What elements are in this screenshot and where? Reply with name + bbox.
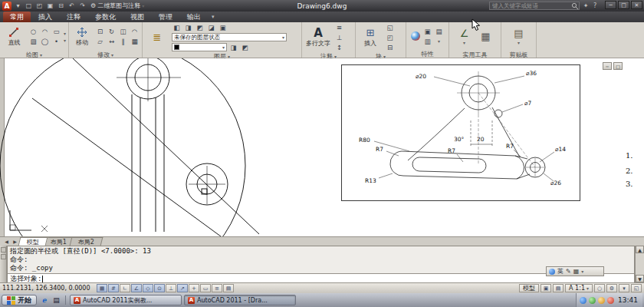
properties-tool-icon[interactable]: ▥ xyxy=(422,37,432,45)
ime-language-label[interactable]: 英 xyxy=(557,267,564,276)
line-tool-button[interactable]: 直线 xyxy=(2,23,26,50)
tray-icon[interactable] xyxy=(589,297,596,304)
tab-layout2[interactable]: 布局2 xyxy=(70,237,104,246)
search-box[interactable] xyxy=(489,2,580,10)
copy-tool-icon[interactable]: ⊡ xyxy=(95,28,105,36)
ime-input-icon[interactable] xyxy=(549,269,555,275)
layer-properties-button[interactable]: ≣ xyxy=(145,24,169,51)
app-menu-chevron-icon[interactable]: ▾ xyxy=(14,1,22,11)
command-grip-icon[interactable] xyxy=(1,254,6,259)
layer-isolate-icon[interactable]: ▣ xyxy=(218,23,228,31)
quick-launch-desktop-icon[interactable]: ▤ xyxy=(51,295,61,305)
material-icon[interactable] xyxy=(411,31,420,41)
ducs-toggle[interactable]: ⊥ xyxy=(166,284,176,292)
selection-cycling-toggle[interactable]: ▤ xyxy=(223,284,234,292)
osnap-toggle[interactable]: ◇ xyxy=(143,284,153,292)
layer-state-dropdown[interactable]: 未保存的图层状态 ▾ xyxy=(172,33,287,41)
undo-icon[interactable]: ↶ xyxy=(67,1,76,11)
new-file-icon[interactable]: □ xyxy=(25,1,33,11)
draw-flyout-chevron-icon[interactable]: ▾ xyxy=(64,31,66,36)
otrack-toggle[interactable]: ⊙ xyxy=(154,284,165,292)
ortho-toggle[interactable]: ∟ xyxy=(120,284,130,292)
panel-label-modify[interactable]: 修改 ▾ xyxy=(69,51,142,58)
taskbar-window-2[interactable]: A AutoCAD 2011 - [Dra... xyxy=(184,295,296,305)
measure-button[interactable]: ∠ ▾ xyxy=(456,23,473,50)
hatch-tool-icon[interactable]: ▨ xyxy=(28,38,38,46)
polar-toggle[interactable]: ∠ xyxy=(131,284,142,292)
tab-model[interactable]: 模型 xyxy=(18,237,48,246)
quick-view-drawings-icon[interactable]: ▤ xyxy=(553,284,564,292)
scroll-down-icon[interactable]: ▼ xyxy=(636,275,644,282)
doc-minimize-button[interactable]: ─ xyxy=(603,62,612,70)
taskbar-window-1[interactable]: A AutoCAD 2011实例教... xyxy=(70,295,182,305)
maximize-button[interactable]: □ xyxy=(618,1,629,9)
grid-toggle[interactable]: # xyxy=(108,284,119,292)
keyboard-icon[interactable]: ▦ xyxy=(573,268,580,275)
model-space-button[interactable]: 模型 xyxy=(519,284,539,292)
start-button[interactable]: 开始 xyxy=(2,295,37,305)
application-menu-button[interactable]: A xyxy=(2,2,12,11)
ribbon-tab-parametric[interactable]: 参数化 xyxy=(88,12,123,22)
open-file-icon[interactable]: ◰ xyxy=(35,1,44,11)
layer-tool-icon[interactable]: ◧ xyxy=(172,23,182,31)
quick-calc-button[interactable]: ▦ xyxy=(478,23,495,50)
command-history[interactable]: 指定圆的半径或 [直径(D)] <7.0000>: 13 命令: 命令: _co… xyxy=(7,246,635,282)
tray-icon[interactable] xyxy=(580,297,586,304)
array-tool-icon[interactable]: ▦ xyxy=(130,38,140,46)
command-scrollbar[interactable]: ▲ ▼ xyxy=(635,246,644,282)
status-menu-icon[interactable]: ▾ xyxy=(619,284,629,292)
annotation-visibility-icon[interactable]: ○ xyxy=(594,284,605,292)
ribbon-tab-annotate[interactable]: 注释 xyxy=(60,12,87,22)
ribbon-tab-manage[interactable]: 管理 xyxy=(152,12,179,22)
panel-label-properties[interactable]: 特性 xyxy=(406,50,449,58)
create-block-icon[interactable]: ◱ xyxy=(385,23,395,31)
drawing-area[interactable]: ⌀20 ⌀36 ⌀7 R80 R7 R13 R7 30° 20 R7 ⌀14 ⌀… xyxy=(0,58,644,236)
table-tool-icon[interactable]: ↕ xyxy=(334,43,344,51)
quick-view-layouts-icon[interactable]: ▣ xyxy=(540,284,551,292)
command-window-grip[interactable] xyxy=(0,246,7,282)
subscription-icon[interactable]: ✦ xyxy=(581,2,590,9)
save-icon[interactable]: ▣ xyxy=(46,1,54,11)
ribbon-tab-view[interactable]: 视图 xyxy=(123,12,151,22)
properties-tool-icon[interactable]: ▣ xyxy=(422,27,432,35)
snap-toggle[interactable]: ▦ xyxy=(97,284,107,292)
chevron-down-icon[interactable]: ▾ xyxy=(581,269,583,274)
minimize-button[interactable]: ─ xyxy=(605,1,616,9)
offset-tool-icon[interactable]: ∥ xyxy=(118,38,128,46)
ribbon-tab-home[interactable]: 常用 xyxy=(3,12,31,22)
move-tool-button[interactable]: 移动 xyxy=(71,23,93,50)
chevron-down-icon[interactable]: ▾ xyxy=(434,37,444,45)
point-tool-icon[interactable]: • xyxy=(51,38,61,46)
quick-properties-toggle[interactable]: ≡ xyxy=(212,284,222,292)
ribbon-minimize-icon[interactable]: ▾ xyxy=(212,12,215,22)
dimension-tool-icon[interactable]: ≡ xyxy=(334,23,344,31)
clean-screen-icon[interactable]: ◱ xyxy=(631,284,642,292)
lineweight-toggle[interactable]: + xyxy=(189,284,199,292)
mtext-button[interactable]: A 多行文字 xyxy=(304,24,332,51)
rotate-tool-icon[interactable]: ↻ xyxy=(107,28,117,36)
redo-icon[interactable]: ↷ xyxy=(78,1,87,11)
tray-icon[interactable] xyxy=(607,297,614,304)
doc-restore-button[interactable]: □ xyxy=(613,62,623,70)
workspace-switcher[interactable]: ⚙ 二维草图与注释 ▾ xyxy=(90,2,144,10)
layer-tool-icon[interactable]: ◪ xyxy=(206,23,216,31)
annotation-scale-button[interactable]: A 1:1 ▾ xyxy=(565,284,593,292)
plot-icon[interactable]: ⊟ xyxy=(57,1,65,11)
fillet-tool-icon[interactable]: ◠ xyxy=(130,28,140,36)
pen-icon[interactable]: ✎ xyxy=(566,268,571,275)
search-icon[interactable] xyxy=(571,2,579,10)
help-icon[interactable]: ? xyxy=(590,2,600,9)
quick-launch-browser-icon[interactable]: e xyxy=(39,295,49,305)
transparency-toggle[interactable]: ▭ xyxy=(200,284,211,292)
panel-label-clipboard[interactable]: 剪贴板 xyxy=(501,51,536,58)
panel-label-draw[interactable]: 绘图 ▾ xyxy=(0,51,68,58)
leader-tool-icon[interactable]: ⊥ xyxy=(334,33,344,41)
ribbon-tab-output[interactable]: 输出 xyxy=(180,12,208,22)
circle-tool-icon[interactable]: ○ xyxy=(28,28,38,36)
panel-label-utilities[interactable]: 实用工具 xyxy=(449,51,501,58)
layer-tool-icon[interactable]: ◨ xyxy=(183,23,193,31)
layout-nav-left-icon[interactable]: ◀ xyxy=(2,237,11,246)
command-grip-icon[interactable] xyxy=(1,247,6,253)
rectangle-tool-icon[interactable]: ▭ xyxy=(51,28,61,36)
search-input[interactable] xyxy=(490,2,571,9)
